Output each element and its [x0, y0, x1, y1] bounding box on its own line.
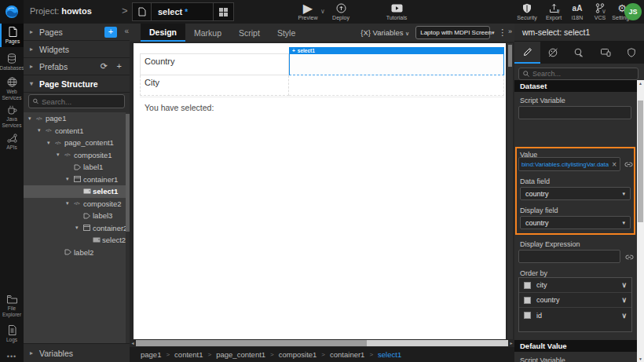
- caret-down-icon[interactable]: ▾: [47, 140, 55, 146]
- tab-style[interactable]: Style: [269, 24, 304, 42]
- tab-styles[interactable]: [540, 42, 566, 64]
- tab-security[interactable]: [618, 42, 644, 64]
- design-canvas-page[interactable]: Country +select1 City You have selected:: [134, 43, 506, 339]
- canvas-horizontal-scrollbar[interactable]: ◂ ▸: [130, 339, 514, 347]
- kebab-menu-icon[interactable]: ⋮: [498, 27, 507, 38]
- breadcrumb-select1[interactable]: select1: [378, 350, 401, 359]
- chevron-down-icon[interactable]: ∨: [621, 312, 627, 320]
- data-field-select[interactable]: country ▾: [520, 187, 631, 200]
- checkbox-id[interactable]: [524, 312, 531, 319]
- properties-scrollbar[interactable]: ▲ ▼: [637, 80, 644, 362]
- caret-down-icon[interactable]: ▾: [66, 200, 74, 207]
- bind-link-icon[interactable]: [625, 253, 634, 261]
- order-by-row-country[interactable]: country ∨: [519, 293, 631, 308]
- sidebar-section-widgets[interactable]: ▸ Widgets: [24, 41, 130, 58]
- sidebar-section-page-structure[interactable]: ▾ Page Structure: [24, 75, 130, 93]
- tree-node-composite2[interactable]: ▾ </> composite2: [24, 198, 130, 210]
- breadcrumb-composite1[interactable]: composite1: [279, 350, 317, 359]
- add-page-button[interactable]: +: [104, 27, 117, 38]
- order-by-row-id[interactable]: id ∨: [519, 308, 631, 323]
- page-structure-search[interactable]: [28, 94, 125, 108]
- page-tab-select[interactable]: select *: [132, 2, 234, 21]
- caret-down-icon[interactable]: ▾: [66, 176, 74, 182]
- sidebar-item-java-services[interactable]: Java Services: [0, 102, 24, 130]
- scroll-up-icon[interactable]: ▲: [637, 81, 644, 86]
- display-expression-input[interactable]: [518, 250, 620, 263]
- script-variable-input[interactable]: [518, 106, 631, 119]
- deploy-button[interactable]: Deploy: [324, 2, 358, 20]
- collapse-panel-icon[interactable]: »: [508, 27, 512, 35]
- caret-down-icon[interactable]: ▾: [38, 127, 46, 133]
- section-default-value[interactable]: Default Value: [514, 340, 637, 352]
- wavemaker-logo[interactable]: [0, 0, 24, 24]
- scroll-right-icon[interactable]: ▸: [508, 339, 514, 347]
- widget-selection-tag[interactable]: +select1: [289, 47, 504, 54]
- tab-device[interactable]: [592, 42, 618, 64]
- tab-events[interactable]: [566, 42, 592, 64]
- checkbox-country[interactable]: [524, 297, 531, 304]
- collapse-sidebar-icon[interactable]: «: [124, 27, 129, 35]
- tree-node-label2[interactable]: label2: [24, 247, 130, 259]
- sidebar-item-pages[interactable]: Pages: [0, 24, 24, 47]
- select2-widget-body[interactable]: [289, 75, 504, 96]
- tab-script[interactable]: Script: [230, 24, 269, 42]
- order-by-row-city[interactable]: city ∨: [519, 278, 631, 293]
- section-dataset[interactable]: Dataset: [514, 80, 637, 92]
- tree-node-container1[interactable]: ▾ container1: [24, 174, 130, 186]
- breadcrumb-page1[interactable]: page1: [141, 350, 161, 359]
- tree-node-container2[interactable]: ▾ container2: [24, 222, 130, 235]
- search-input[interactable]: [42, 97, 120, 106]
- clear-binding-icon[interactable]: ×: [609, 160, 620, 169]
- tree-node-page-content1[interactable]: ▾ </> page_content1: [24, 137, 130, 149]
- sidebar-item-databases[interactable]: Databases: [0, 50, 24, 74]
- device-selector[interactable]: Laptop with MDPI Screen▾: [415, 26, 490, 39]
- variables-button[interactable]: {X} Variables ∨: [360, 28, 409, 37]
- value-binding-input[interactable]: bind:Variables.citylistingVar.dataSet ×: [518, 157, 620, 171]
- properties-search[interactable]: [518, 68, 639, 80]
- tutorials-button[interactable]: Tutorials: [379, 2, 414, 20]
- page-grid-icon[interactable]: [213, 3, 233, 20]
- scroll-down-icon[interactable]: ▼: [637, 357, 644, 361]
- canvas-vertical-scrollbar[interactable]: [507, 43, 513, 339]
- properties-scroll-thumb[interactable]: [638, 101, 643, 222]
- tree-node-composite1[interactable]: ▾ </> composite1: [24, 149, 130, 162]
- sidebar-item-apis[interactable]: APIs: [0, 130, 24, 154]
- properties-search-input[interactable]: [532, 70, 627, 78]
- more-icon[interactable]: •••: [0, 353, 24, 360]
- tree-node-label3[interactable]: label3: [24, 210, 130, 222]
- breadcrumb-page-content1[interactable]: page_content1: [216, 350, 265, 359]
- chevron-down-icon[interactable]: ∨: [621, 296, 627, 304]
- tree-node-select1[interactable]: select1: [24, 185, 130, 198]
- tab-properties[interactable]: [514, 42, 540, 64]
- scroll-left-icon[interactable]: ◂: [130, 339, 136, 347]
- tab-design[interactable]: Design: [141, 24, 185, 42]
- sidebar-section-pages[interactable]: ▸ Pages + «: [24, 24, 130, 41]
- bind-link-icon[interactable]: [624, 160, 633, 169]
- hscroll-thumb[interactable]: [136, 340, 367, 346]
- sidebar-item-web-services[interactable]: Web Services: [0, 74, 24, 102]
- user-avatar[interactable]: JS: [624, 3, 642, 20]
- sidebar-section-prefabs[interactable]: ▸ Prefabs ⟳ +: [24, 58, 130, 75]
- select1-widget-body[interactable]: [289, 54, 504, 75]
- sidebar-item-file-explorer[interactable]: File Explorer: [0, 292, 24, 320]
- breadcrumb-container1[interactable]: container1: [330, 350, 364, 359]
- caret-down-icon[interactable]: ▾: [75, 225, 83, 231]
- result-label[interactable]: You have selected:: [145, 103, 214, 112]
- project-chevron-icon[interactable]: >: [122, 5, 128, 16]
- refresh-prefabs-icon[interactable]: ⟳: [101, 61, 108, 71]
- form-label-country[interactable]: Country: [140, 53, 289, 75]
- caret-down-icon[interactable]: ▾: [57, 152, 64, 158]
- breadcrumb-content1[interactable]: content1: [174, 350, 203, 359]
- selected-widget-select1[interactable]: +select1: [289, 47, 504, 75]
- checkbox-city[interactable]: [524, 282, 531, 289]
- tree-node-page1[interactable]: ▾ </> page1: [24, 112, 130, 125]
- tree-node-select2[interactable]: select2: [24, 234, 130, 247]
- form-label-city[interactable]: City: [140, 75, 289, 96]
- display-field-select[interactable]: country ▾: [520, 216, 631, 229]
- tab-markup[interactable]: Markup: [185, 24, 230, 42]
- add-prefab-icon[interactable]: +: [117, 61, 122, 71]
- tree-node-content1[interactable]: ▾ </> content1: [24, 125, 130, 137]
- caret-down-icon[interactable]: ▾: [28, 115, 36, 122]
- sidebar-item-logs[interactable]: Logs: [0, 322, 24, 346]
- tree-node-label1[interactable]: label1: [24, 161, 130, 174]
